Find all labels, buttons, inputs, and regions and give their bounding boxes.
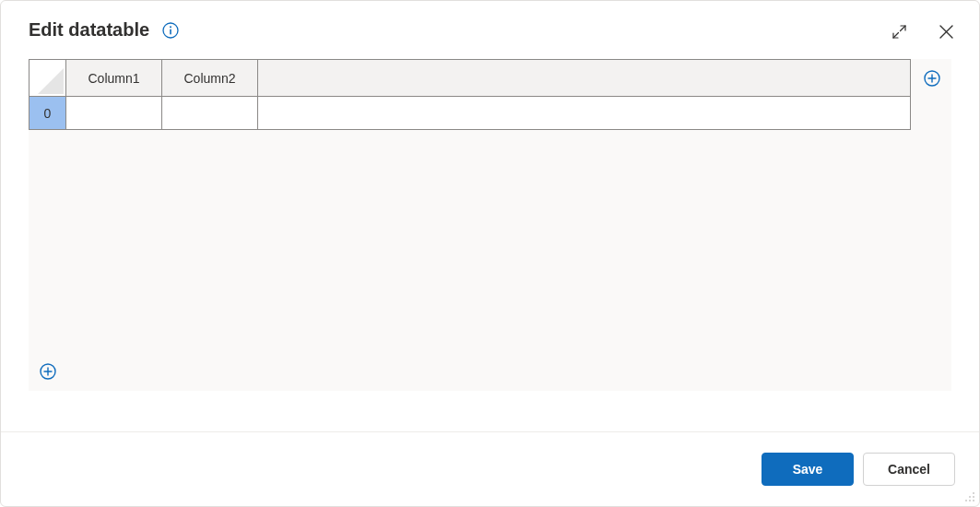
table-cell[interactable] — [258, 97, 911, 130]
table-cell[interactable] — [66, 97, 162, 130]
table-row: 0 — [30, 97, 911, 130]
svg-point-5 — [973, 492, 974, 494]
column-header[interactable]: Column1 — [66, 60, 162, 97]
corner-triangle-icon — [38, 68, 64, 94]
header-controls — [889, 21, 957, 42]
add-row-button[interactable] — [40, 363, 56, 380]
plus-circle-icon — [40, 363, 56, 380]
column-header[interactable] — [258, 60, 911, 97]
dialog-title: Edit datatable — [29, 19, 149, 41]
plus-circle-icon — [924, 70, 940, 87]
select-all-corner[interactable] — [30, 60, 66, 97]
svg-point-8 — [965, 500, 967, 501]
dialog-header: Edit datatable — [1, 1, 979, 50]
datatable[interactable]: Column1 Column2 0 — [29, 59, 911, 130]
column-header[interactable]: Column2 — [162, 60, 258, 97]
edit-datatable-dialog: Edit datatable — [0, 0, 980, 507]
dialog-footer: Save Cancel — [1, 431, 979, 506]
svg-point-7 — [973, 496, 974, 498]
svg-rect-2 — [170, 29, 171, 34]
row-index-header[interactable]: 0 — [30, 97, 66, 130]
svg-point-6 — [969, 496, 971, 498]
cancel-button[interactable]: Cancel — [863, 453, 955, 486]
close-icon[interactable] — [936, 21, 957, 42]
table-cell[interactable] — [162, 97, 258, 130]
svg-point-9 — [969, 500, 971, 501]
info-icon[interactable] — [162, 22, 179, 39]
expand-icon[interactable] — [889, 21, 910, 42]
save-button[interactable]: Save — [762, 453, 854, 486]
add-column-button[interactable] — [924, 70, 940, 87]
resize-grip-icon[interactable] — [962, 489, 975, 502]
content-area: Column1 Column2 0 — [1, 50, 979, 431]
svg-point-10 — [973, 500, 974, 501]
header-row: Column1 Column2 — [30, 60, 911, 97]
svg-point-1 — [170, 26, 171, 28]
datatable-grid-wrapper: Column1 Column2 0 — [29, 59, 951, 391]
